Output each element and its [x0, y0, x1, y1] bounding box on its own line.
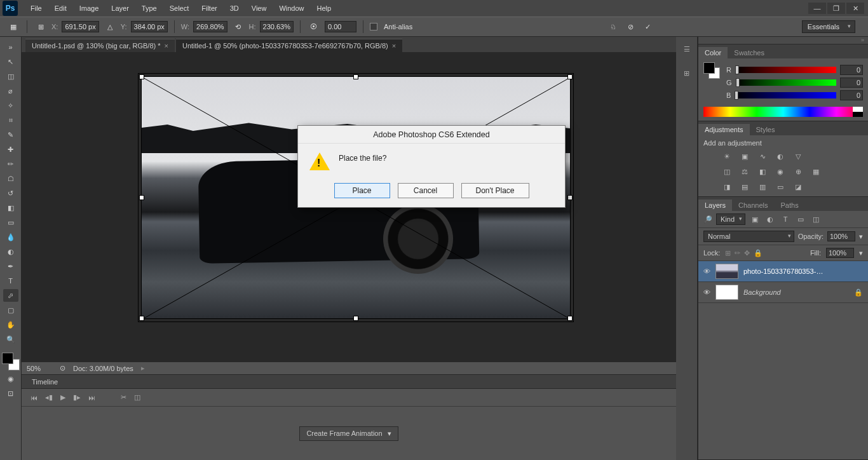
marquee-tool[interactable]: ◫	[3, 70, 18, 83]
close-tab-icon[interactable]: ×	[165, 42, 168, 50]
layer-thumbnail[interactable]	[715, 264, 738, 279]
cancel-transform-icon[interactable]: ⊘	[628, 23, 634, 31]
filter-adj-icon[interactable]: ◐	[764, 213, 776, 225]
blend-mode-selector[interactable]: Normal	[703, 231, 794, 242]
w-value[interactable]: 269.80%	[193, 21, 227, 32]
wand-tool[interactable]: ✧	[3, 99, 18, 112]
dodge-tool[interactable]: ◐	[3, 245, 18, 258]
collapse-panels-icon[interactable]: »	[698, 37, 868, 44]
play-icon[interactable]: ▶	[60, 393, 65, 402]
quickmask-tool[interactable]: ◉	[3, 372, 18, 385]
hue-icon[interactable]: ◫	[721, 166, 733, 177]
angle-value[interactable]: 0.00	[325, 21, 356, 32]
minimize-button[interactable]: —	[808, 3, 826, 14]
filter-kind-selector[interactable]: Kind	[716, 213, 745, 225]
visibility-icon[interactable]: 👁	[703, 267, 710, 275]
filter-shape-icon[interactable]: ▭	[795, 213, 806, 225]
menu-select[interactable]: Select	[163, 1, 196, 15]
handle-top-mid[interactable]	[353, 74, 358, 79]
h-value[interactable]: 230.63%	[260, 21, 294, 32]
balance-icon[interactable]: ⚖	[739, 166, 750, 177]
layer-item[interactable]: 👁 photo-1503376780353-…	[698, 261, 868, 282]
warp-icon[interactable]: ♘	[610, 23, 616, 31]
zoom-popup-icon[interactable]: ⊙	[60, 364, 65, 372]
menu-help[interactable]: Help	[311, 1, 338, 15]
document-tab[interactable]: Untitled-1 @ 50% (photo-1503376780353-7e…	[176, 39, 402, 52]
fill-value[interactable]: 100%	[826, 248, 854, 258]
tab-paths[interactable]: Paths	[775, 200, 805, 211]
cut-icon[interactable]: ✂	[121, 393, 126, 402]
blur-tool[interactable]: 💧	[3, 231, 18, 243]
prev-frame-icon[interactable]: ◂▮	[45, 393, 53, 402]
curves-icon[interactable]: ∿	[757, 151, 768, 162]
hand-tool[interactable]: ✋	[3, 318, 18, 331]
properties-panel-icon[interactable]: ⊞	[680, 66, 694, 80]
history-brush-tool[interactable]: ↺	[3, 187, 18, 200]
g-slider[interactable]	[736, 79, 836, 86]
eyedropper-tool[interactable]: ✎	[3, 128, 18, 141]
levels-icon[interactable]: ▣	[739, 151, 750, 162]
opacity-dropdown-icon[interactable]: ▾	[859, 233, 863, 241]
shape-tool[interactable]: ▢	[3, 304, 18, 316]
pen-tool[interactable]: ✒	[3, 260, 18, 273]
stamp-tool[interactable]: ☖	[3, 172, 18, 185]
b-slider[interactable]	[735, 92, 836, 98]
move-tool[interactable]: ↖	[3, 55, 18, 68]
docinfo-menu-icon[interactable]: ▸	[141, 364, 145, 372]
place-button[interactable]: Place	[334, 183, 390, 198]
filter-type-icon[interactable]: T	[780, 213, 791, 225]
antialias-checkbox[interactable]	[370, 23, 377, 30]
threshold-icon[interactable]: ▥	[757, 181, 768, 193]
tab-swatches[interactable]: Swatches	[728, 47, 771, 58]
handle-bottom-mid[interactable]	[353, 316, 358, 321]
zoom-value[interactable]: 50%	[27, 365, 52, 372]
path-selection-tool[interactable]: ⬀	[3, 289, 18, 302]
type-tool[interactable]: T	[3, 274, 18, 287]
gradient-tool[interactable]: ▭	[3, 216, 18, 229]
g-value[interactable]: 0	[840, 78, 863, 88]
healing-tool[interactable]: ✚	[3, 143, 18, 156]
r-slider[interactable]	[735, 67, 836, 73]
tab-color[interactable]: Color	[698, 47, 728, 58]
opacity-value[interactable]: 100%	[827, 231, 855, 241]
channelmixer-icon[interactable]: ⊕	[792, 166, 804, 177]
filter-pixel-icon[interactable]: ▣	[749, 213, 761, 225]
first-frame-icon[interactable]: ⏮	[31, 394, 37, 402]
menu-3d[interactable]: 3D	[224, 1, 245, 15]
invert-icon[interactable]: ◨	[721, 181, 733, 193]
crop-tool[interactable]: ⌗	[3, 114, 18, 126]
eraser-tool[interactable]: ◧	[3, 201, 18, 214]
vibrance-icon[interactable]: ▽	[792, 151, 804, 162]
screenmode-tool[interactable]: ⊡	[3, 387, 18, 400]
handle-top-left[interactable]	[139, 74, 144, 79]
dont-place-button[interactable]: Don't Place	[461, 183, 529, 198]
y-value[interactable]: 384.00 px	[131, 21, 168, 32]
create-frame-animation-button[interactable]: Create Frame Animation ▾	[299, 426, 398, 441]
handle-bottom-left[interactable]	[139, 316, 144, 321]
menu-view[interactable]: View	[245, 1, 273, 15]
chevron-down-icon[interactable]: ▾	[388, 430, 391, 438]
last-frame-icon[interactable]: ⏭	[88, 394, 95, 402]
history-panel-icon[interactable]: ☰	[680, 42, 694, 56]
collapse-tools-icon[interactable]: »	[3, 41, 18, 53]
commit-transform-icon[interactable]: ✓	[645, 23, 651, 31]
tool-preset-icon[interactable]: ▦	[6, 20, 20, 34]
layer-thumbnail[interactable]	[715, 285, 738, 300]
photofilter-icon[interactable]: ◉	[775, 166, 786, 177]
x-value[interactable]: 691.50 px	[62, 21, 98, 32]
brush-tool[interactable]: ✏	[3, 158, 18, 170]
visibility-icon[interactable]: 👁	[703, 288, 710, 296]
close-button[interactable]: ✕	[846, 3, 864, 14]
maximize-button[interactable]: ❐	[827, 3, 845, 14]
filter-smart-icon[interactable]: ◫	[810, 213, 822, 225]
fill-dropdown-icon[interactable]: ▾	[859, 249, 863, 257]
menu-layer[interactable]: Layer	[105, 1, 135, 15]
tab-layers[interactable]: Layers	[698, 200, 732, 211]
gradientmap-icon[interactable]: ▭	[775, 181, 786, 193]
lock-all-icon[interactable]: 🔒	[754, 249, 763, 257]
layer-name[interactable]: photo-1503376780353-…	[743, 267, 863, 275]
link-wh-icon[interactable]: ⟲	[231, 20, 245, 34]
tab-adjustments[interactable]: Adjustments	[698, 124, 750, 135]
close-tab-icon[interactable]: ×	[392, 42, 396, 50]
menu-filter[interactable]: Filter	[195, 1, 223, 15]
